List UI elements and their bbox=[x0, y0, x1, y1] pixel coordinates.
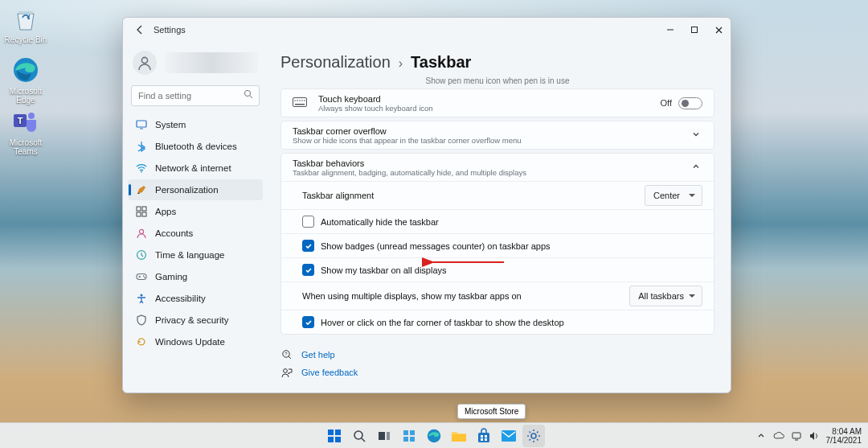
privacy-icon bbox=[136, 314, 147, 326]
desktop-icon-recycle-bin[interactable]: Recycle Bin bbox=[3, 3, 48, 44]
svg-point-6 bbox=[141, 57, 147, 63]
multi-displays-select[interactable]: All taskbars bbox=[629, 286, 702, 306]
volume-icon[interactable] bbox=[809, 430, 820, 442]
task-view-button[interactable] bbox=[373, 425, 395, 447]
settings-search[interactable] bbox=[131, 85, 260, 106]
minimize-button[interactable] bbox=[658, 18, 682, 42]
widgets-button[interactable] bbox=[398, 425, 420, 447]
network-icon[interactable] bbox=[791, 430, 802, 442]
nav-list: SystemBluetooth & devicesNetwork & inter… bbox=[128, 114, 263, 352]
svg-point-16 bbox=[139, 229, 143, 233]
svg-point-22 bbox=[144, 277, 145, 278]
svg-point-27 bbox=[297, 100, 298, 101]
back-button[interactable] bbox=[131, 21, 149, 39]
svg-point-29 bbox=[301, 100, 303, 101]
search-input[interactable] bbox=[131, 85, 260, 106]
svg-line-32 bbox=[289, 356, 291, 359]
nav-item-network[interactable]: Network & internet bbox=[128, 158, 263, 179]
far-corner-checkbox[interactable] bbox=[302, 316, 314, 328]
auto-hide-checkbox[interactable] bbox=[302, 216, 314, 228]
alignment-select[interactable]: Center bbox=[645, 185, 702, 206]
account-header[interactable] bbox=[128, 47, 263, 79]
settings-sidebar: SystemBluetooth & devicesNetwork & inter… bbox=[123, 42, 268, 393]
toggle-state-text: Off bbox=[661, 98, 672, 108]
accounts-icon bbox=[136, 228, 147, 239]
all-displays-checkbox[interactable] bbox=[302, 264, 314, 276]
svg-rect-53 bbox=[481, 438, 483, 441]
svg-point-21 bbox=[143, 275, 145, 277]
personalization-icon bbox=[136, 184, 147, 195]
nav-item-accessibility[interactable]: Accessibility bbox=[128, 288, 263, 309]
chevron-up-icon[interactable] bbox=[690, 162, 702, 174]
get-help-link[interactable]: Get help bbox=[301, 350, 335, 360]
badges-row: Show badges (unread messages counter) on… bbox=[281, 233, 714, 257]
nav-item-apps[interactable]: Apps bbox=[128, 201, 263, 222]
taskbar-overflow-row[interactable]: Taskbar corner overflow Show or hide ico… bbox=[281, 121, 714, 149]
maximize-button[interactable] bbox=[682, 18, 706, 42]
titlebar: Settings bbox=[123, 18, 731, 42]
apps-icon bbox=[136, 206, 147, 217]
desktop-icon-label: Recycle Bin bbox=[5, 35, 47, 44]
system-tray: 8:04 AM 7/14/2021 bbox=[755, 427, 869, 445]
label: When using multiple displays, show my ta… bbox=[302, 291, 620, 301]
touch-keyboard-toggle[interactable] bbox=[678, 97, 702, 109]
nav-item-time[interactable]: Time & language bbox=[128, 245, 263, 265]
svg-rect-46 bbox=[403, 437, 408, 442]
explorer-taskbar[interactable] bbox=[448, 425, 470, 447]
edge-taskbar[interactable] bbox=[423, 425, 445, 447]
taskbar-clock[interactable]: 8:04 AM 7/14/2021 bbox=[826, 427, 862, 445]
touch-keyboard-row[interactable]: Touch keyboard Always show touch keyboar… bbox=[281, 89, 714, 117]
nav-item-label: Accessibility bbox=[155, 294, 206, 303]
nav-item-gaming[interactable]: Gaming bbox=[128, 266, 263, 287]
breadcrumb-parent[interactable]: Personalization bbox=[280, 53, 391, 72]
store-taskbar[interactable] bbox=[473, 425, 495, 447]
nav-item-privacy[interactable]: Privacy & security bbox=[128, 310, 263, 331]
row-desc: Taskbar alignment, badging, automaticall… bbox=[293, 168, 526, 177]
settings-content: Personalization › Taskbar Show pen menu … bbox=[268, 42, 731, 393]
svg-point-28 bbox=[299, 100, 301, 101]
start-button[interactable] bbox=[323, 425, 346, 447]
taskbar-alignment-row: Taskbar alignment Center bbox=[281, 181, 714, 209]
auto-hide-row: Automatically hide the taskbar bbox=[281, 209, 714, 233]
nav-item-accounts[interactable]: Accounts bbox=[128, 223, 263, 244]
svg-rect-38 bbox=[328, 437, 334, 442]
svg-rect-65 bbox=[792, 433, 800, 438]
give-feedback-link[interactable]: Give feedback bbox=[301, 368, 358, 377]
nav-item-update[interactable]: Windows Update bbox=[128, 331, 263, 352]
nav-item-system[interactable]: System bbox=[128, 114, 263, 135]
close-button[interactable] bbox=[706, 18, 731, 42]
clock-time: 8:04 AM bbox=[826, 427, 862, 436]
chevron-down-icon[interactable] bbox=[690, 129, 702, 142]
account-name-redacted bbox=[165, 52, 258, 73]
svg-rect-39 bbox=[335, 437, 341, 442]
breadcrumb: Personalization › Taskbar bbox=[280, 53, 714, 72]
svg-point-40 bbox=[354, 431, 362, 439]
svg-rect-55 bbox=[502, 430, 516, 442]
desktop: Recycle Bin Microsoft Edge T Microsoft T… bbox=[0, 0, 868, 448]
svg-rect-15 bbox=[142, 212, 146, 216]
svg-line-64 bbox=[537, 431, 538, 433]
svg-point-34 bbox=[284, 369, 288, 373]
label: Taskbar alignment bbox=[302, 191, 635, 200]
svg-line-41 bbox=[362, 438, 365, 442]
nav-item-bluetooth[interactable]: Bluetooth & devices bbox=[128, 136, 263, 157]
taskbar-behaviors-header[interactable]: Taskbar behaviors Taskbar alignment, bad… bbox=[281, 154, 714, 181]
multi-displays-row: When using multiple displays, show my ta… bbox=[281, 282, 714, 310]
nav-item-personalization[interactable]: Personalization bbox=[128, 179, 263, 200]
badges-checkbox[interactable] bbox=[302, 240, 314, 252]
onedrive-icon[interactable] bbox=[773, 430, 784, 442]
mail-taskbar[interactable] bbox=[497, 425, 520, 447]
svg-rect-44 bbox=[403, 430, 408, 435]
all-displays-row: Show my taskbar on all displays bbox=[281, 257, 714, 282]
tray-chevron-icon[interactable] bbox=[755, 430, 767, 442]
svg-rect-12 bbox=[137, 207, 141, 211]
desktop-icon-edge[interactable]: Microsoft Edge bbox=[3, 55, 48, 105]
search-button[interactable] bbox=[348, 425, 371, 447]
svg-rect-9 bbox=[137, 121, 146, 127]
svg-line-61 bbox=[530, 431, 531, 433]
avatar bbox=[133, 51, 157, 75]
clipped-row-hint: Show pen menu icon when pen is in use bbox=[280, 76, 714, 85]
desktop-icon-teams[interactable]: T Microsoft Teams bbox=[3, 106, 48, 156]
settings-taskbar[interactable] bbox=[522, 425, 545, 447]
label: Hover or click on the far corner of task… bbox=[321, 318, 564, 327]
